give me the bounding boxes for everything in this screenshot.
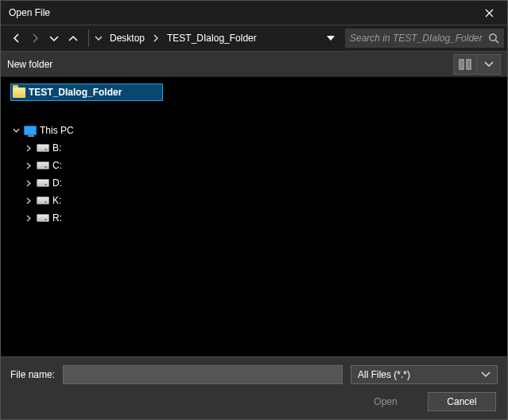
expander-collapsed[interactable] (24, 180, 33, 187)
expander-collapsed[interactable] (24, 197, 33, 204)
open-file-dialog: Open File Desktop (0, 0, 508, 420)
chevron-down-icon (484, 60, 494, 68)
nav-forward-button[interactable] (26, 29, 44, 48)
cancel-button[interactable]: Cancel (428, 392, 496, 411)
toolbar: New folder (1, 52, 507, 77)
breadcrumb[interactable]: Desktop TEST_DIalog_Folder (92, 29, 342, 48)
tree-item-selected-folder[interactable]: TEST_DIalog_Folder (10, 84, 163, 101)
tree-spacer (6, 101, 163, 122)
tree-item-drive[interactable]: D: (21, 174, 163, 192)
filename-row: File name: All Files (*.*) (10, 365, 498, 384)
close-button[interactable] (471, 1, 507, 25)
drive-icon (37, 179, 49, 187)
body-area: TEST_DIalog_Folder This PC B: (1, 77, 507, 356)
button-label: Cancel (447, 396, 476, 407)
breadcrumb-separator[interactable] (151, 34, 161, 42)
new-folder-label: New folder (7, 59, 52, 70)
chevron-down-icon (481, 371, 491, 378)
file-list-pane[interactable] (168, 77, 507, 356)
nav-buttons (4, 29, 85, 48)
chevron-right-icon (26, 162, 32, 169)
tree-item-drive[interactable]: B: (21, 139, 163, 157)
separator (88, 29, 89, 47)
filter-label: All Files (*.*) (358, 369, 410, 380)
search-icon[interactable] (488, 33, 499, 44)
tree-item-label: R: (52, 212, 62, 224)
drive-icon (37, 214, 49, 222)
new-folder-button[interactable]: New folder (7, 59, 52, 70)
chevron-down-icon (49, 35, 59, 42)
computer-icon (24, 126, 37, 135)
view-buttons (453, 54, 501, 75)
expander-collapsed[interactable] (24, 215, 33, 222)
tree-item-label: D: (52, 177, 62, 189)
chevron-left-icon (13, 33, 20, 43)
bottom-panel: File name: All Files (*.*) Open Cancel (1, 356, 507, 419)
close-icon (485, 9, 494, 18)
view-icon (459, 59, 471, 70)
chevron-right-icon (26, 215, 32, 222)
search-box[interactable] (345, 29, 504, 48)
chevron-right-icon (26, 180, 32, 187)
expander-collapsed[interactable] (24, 145, 33, 152)
svg-point-0 (490, 34, 496, 41)
chevron-up-icon (68, 35, 78, 42)
tree-item-this-pc[interactable]: This PC (9, 122, 163, 139)
nav-recent-button[interactable] (45, 29, 63, 48)
tree-item-label: TEST_DIalog_Folder (29, 87, 122, 98)
chevron-right-icon (32, 33, 39, 43)
chevron-down-icon (95, 35, 103, 41)
breadcrumb-label: TEST_DIalog_Folder (167, 33, 257, 44)
button-label: Open (374, 396, 397, 407)
navigation-bar: Desktop TEST_DIalog_Folder (1, 25, 507, 52)
tree-item-label: B: (52, 142, 61, 154)
chevron-down-icon (13, 128, 20, 134)
breadcrumb-dropdown-button[interactable] (321, 36, 340, 41)
expander-collapsed[interactable] (24, 162, 33, 169)
tree-item-drive[interactable]: R: (21, 209, 163, 227)
drive-icon (37, 196, 49, 204)
change-view-button[interactable] (453, 54, 477, 75)
chevron-right-icon (26, 197, 32, 204)
nav-back-button[interactable] (7, 29, 25, 48)
navigation-tree[interactable]: TEST_DIalog_Folder This PC B: (1, 77, 168, 356)
chevron-right-icon (153, 34, 159, 42)
tree-item-label: K: (52, 195, 61, 206)
folder-icon (13, 88, 25, 98)
drive-icon (37, 144, 49, 152)
file-type-filter[interactable]: All Files (*.*) (351, 365, 498, 384)
action-buttons-row: Open Cancel (10, 392, 498, 411)
file-name-input[interactable] (63, 365, 343, 384)
chevron-right-icon (26, 145, 32, 152)
breadcrumb-label: Desktop (110, 33, 145, 44)
view-dropdown-button[interactable] (477, 54, 501, 75)
triangle-down-icon (327, 36, 335, 41)
nav-up-button[interactable] (64, 29, 82, 48)
expander-expanded[interactable] (11, 128, 21, 134)
open-button[interactable]: Open (351, 392, 420, 411)
file-name-label: File name: (10, 369, 55, 380)
dialog-title: Open File (9, 7, 50, 18)
breadcrumb-root-dropdown[interactable] (94, 35, 103, 41)
breadcrumb-segment-desktop[interactable]: Desktop (105, 29, 149, 47)
tree-item-drive[interactable]: C: (21, 157, 163, 174)
search-input[interactable] (350, 33, 483, 44)
title-bar: Open File (1, 1, 507, 25)
breadcrumb-segment-folder[interactable]: TEST_DIalog_Folder (162, 29, 262, 47)
tree-item-label: C: (52, 160, 62, 171)
tree-item-label: This PC (40, 125, 74, 136)
drive-icon (37, 161, 49, 169)
tree-item-drive[interactable]: K: (21, 192, 163, 209)
